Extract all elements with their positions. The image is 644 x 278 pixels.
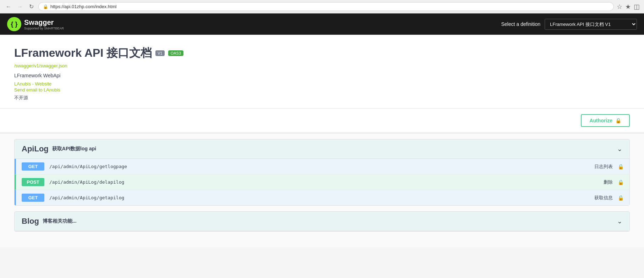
lock-icon-3: 🔒 <box>618 195 624 201</box>
badge-oas3: OAS3 <box>168 50 183 56</box>
method-badge-get-1: GET <box>22 162 44 171</box>
api-group-header-blog[interactable]: Blog 博客相关功能... ⌄ <box>15 212 629 231</box>
api-group-desc-apilog: 获取API数据log api <box>52 146 96 152</box>
chevron-down-icon-apilog: ⌄ <box>617 145 622 153</box>
url-text: https://api.01zhp.com/index.html <box>50 4 116 9</box>
browser-bar: ← → ↻ 🔒 https://api.01zhp.com/index.html… <box>0 0 644 13</box>
method-badge-post-1: POST <box>22 178 44 186</box>
definition-select[interactable]: LFramework API 接口文档 V1 <box>545 19 637 30</box>
swagger-logo-text-wrapper: Swagger Supported by SMARTBEAR <box>24 18 64 30</box>
api-links: LAnubis - Website Send email to LAnubis <box>14 81 630 93</box>
endpoint-desc-2: 删除 <box>604 179 613 185</box>
definition-selector: Select a definition LFramework API 接口文档 … <box>501 19 637 30</box>
api-group-header-apilog[interactable]: ApiLog 获取API数据log api ⌄ <box>15 139 629 159</box>
lock-icon-2: 🔒 <box>618 179 624 185</box>
api-group-title-apilog: ApiLog 获取API数据log api <box>22 144 96 154</box>
swagger-navbar: { } Swagger Supported by SMARTBEAR Selec… <box>0 13 644 35</box>
endpoint-desc-3: 获取信息 <box>594 195 613 201</box>
api-endpoints-apilog: GET /api/admin/ApiLog/getlogpage 日志列表 🔒 … <box>15 159 629 205</box>
api-url[interactable]: /swagger/v1/swagger.json <box>14 63 630 68</box>
select-definition-label: Select a definition <box>501 21 540 27</box>
bookmark-icon[interactable]: ☆ <box>617 3 622 11</box>
endpoint-path-2: /api/admin/ApiLog/delapilog <box>49 179 596 185</box>
extensions-icon[interactable]: ◫ <box>634 3 640 11</box>
endpoint-path-1: /api/admin/ApiLog/getlogpage <box>49 164 587 169</box>
link-website[interactable]: LAnubis - Website <box>14 81 630 87</box>
method-badge-get-2: GET <box>22 194 44 202</box>
api-groups: ApiLog 获取API数据log api ⌄ GET /api/admin/A… <box>0 139 644 232</box>
endpoint-path-3: /api/admin/ApiLog/getapilog <box>49 195 587 200</box>
api-group-title-blog: Blog 博客相关功能... <box>22 217 77 226</box>
api-title-row: LFramework API 接口文档 V1 OAS3 <box>14 45 630 61</box>
endpoint-desc-1: 日志列表 <box>594 163 613 170</box>
authorize-section: Authorize 🔒 <box>0 109 644 133</box>
authorize-label: Authorize <box>589 118 612 123</box>
chevron-down-icon-blog: ⌄ <box>617 217 622 225</box>
api-group-desc-blog: 博客相关功能... <box>43 218 77 224</box>
star-icon[interactable]: ★ <box>625 3 631 11</box>
lock-icon-1: 🔒 <box>618 164 624 169</box>
api-group-name-apilog: ApiLog <box>22 144 49 154</box>
authorize-lock-icon: 🔒 <box>615 118 621 123</box>
forward-button[interactable]: → <box>16 2 24 11</box>
swagger-logo-icon: { } <box>7 17 21 31</box>
badge-v1: V1 <box>155 50 164 56</box>
address-bar[interactable]: 🔒 https://api.01zhp.com/index.html <box>38 2 614 11</box>
api-group-blog: Blog 博客相关功能... ⌄ <box>14 211 630 232</box>
lock-icon: 🔒 <box>43 4 48 9</box>
swagger-logo-sub: Supported by SMARTBEAR <box>24 27 64 30</box>
swagger-logo-text: Swagger <box>24 18 54 26</box>
browser-actions: ☆ ★ ◫ <box>617 3 640 11</box>
api-title-text: LFramework API 接口文档 <box>14 45 152 61</box>
endpoint-delapilog[interactable]: POST /api/admin/ApiLog/delapilog 删除 🔒 <box>15 174 629 190</box>
info-section: LFramework API 接口文档 V1 OAS3 /swagger/v1/… <box>0 35 644 109</box>
endpoint-getapilog[interactable]: GET /api/admin/ApiLog/getapilog 获取信息 🔒 <box>15 190 629 205</box>
api-description: LFramework WebApi <box>14 73 630 78</box>
back-button[interactable]: ← <box>4 2 13 11</box>
swagger-logo: { } Swagger Supported by SMARTBEAR <box>7 17 64 31</box>
authorize-button[interactable]: Authorize 🔒 <box>581 114 630 127</box>
api-group-name-blog: Blog <box>22 217 39 226</box>
endpoint-getlogpage[interactable]: GET /api/admin/ApiLog/getlogpage 日志列表 🔒 <box>15 159 629 174</box>
reload-button[interactable]: ↻ <box>27 2 35 11</box>
link-email[interactable]: Send email to LAnubis <box>14 87 630 93</box>
main-content: LFramework API 接口文档 V1 OAS3 /swagger/v1/… <box>0 35 644 248</box>
api-license: 不开源 <box>14 95 630 101</box>
api-group-apilog: ApiLog 获取API数据log api ⌄ GET /api/admin/A… <box>14 139 630 206</box>
